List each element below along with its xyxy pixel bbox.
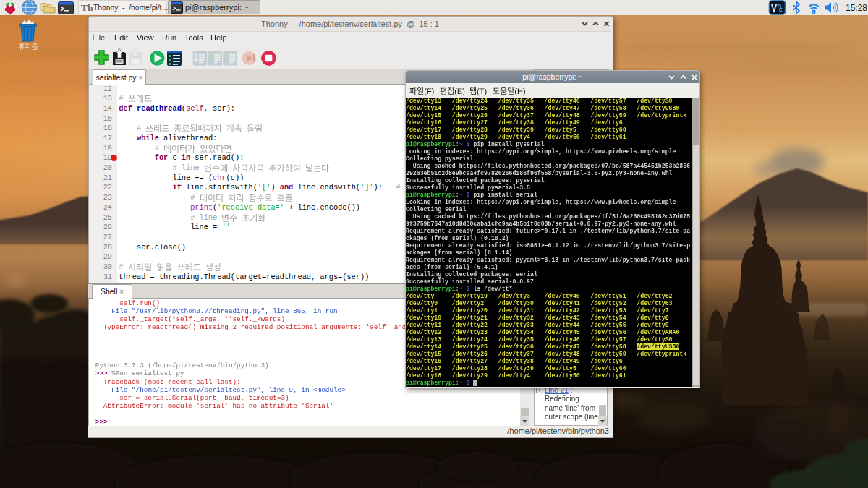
svg-text:15:28: 15:28: [846, 3, 867, 13]
